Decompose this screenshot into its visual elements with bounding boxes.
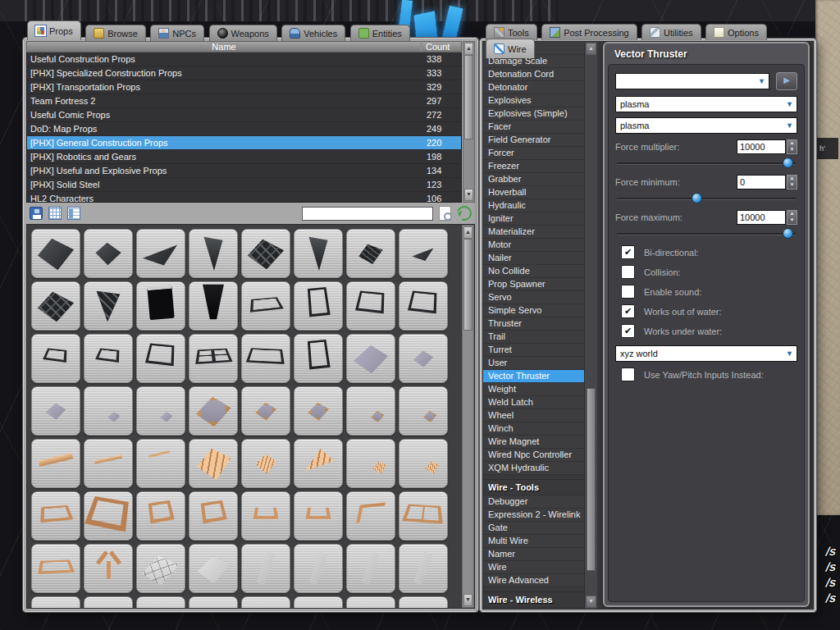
scrollbar-thumb[interactable]: [463, 239, 472, 331]
mode-dropdown[interactable]: xyz world ▼: [615, 345, 797, 362]
tool-list-item[interactable]: Multi Wire: [483, 535, 584, 548]
tool-list-item[interactable]: Winch: [483, 422, 584, 436]
table-row[interactable]: Team Fortress 2 297: [27, 94, 461, 108]
tool-list-item[interactable]: Nailer: [483, 252, 584, 265]
tool-list-item[interactable]: Debugger: [483, 495, 584, 509]
force-maximum-slider[interactable]: [617, 227, 796, 240]
scroll-up-icon[interactable]: ▲: [586, 43, 596, 55]
scroll-down-icon[interactable]: ▼: [464, 189, 473, 201]
tool-list-item[interactable]: Servo: [483, 291, 584, 304]
spin-up-icon[interactable]: ▲: [788, 140, 797, 147]
prop-thumbnail[interactable]: [136, 596, 185, 608]
prop-thumbnail[interactable]: [136, 334, 185, 383]
effect1-dropdown[interactable]: plasma ▼: [615, 96, 797, 112]
prop-thumbnail[interactable]: [31, 439, 80, 488]
tool-list-item[interactable]: Turret: [483, 344, 584, 357]
page-zoom-icon[interactable]: [439, 206, 451, 221]
tool-list-item[interactable]: Detonator: [483, 81, 584, 94]
force-multiplier-input[interactable]: [737, 139, 786, 154]
prop-thumbnail[interactable]: [189, 334, 238, 383]
tool-list-item[interactable]: Grabber: [483, 173, 584, 186]
tab-right-0[interactable]: Tools: [486, 24, 537, 40]
tab-left-2[interactable]: NPCs: [150, 25, 204, 41]
force-minimum-input[interactable]: [737, 175, 786, 189]
prop-thumbnail[interactable]: [241, 281, 290, 331]
prop-thumbnail[interactable]: [399, 229, 448, 278]
prop-thumbnail[interactable]: [241, 596, 290, 608]
prop-thumbnail[interactable]: [346, 439, 395, 488]
prop-thumbnail[interactable]: [136, 544, 185, 593]
tab-left-5[interactable]: Entities: [350, 25, 410, 41]
prop-thumbnail[interactable]: [189, 439, 238, 488]
prop-thumbnail[interactable]: [294, 596, 343, 608]
prop-thumbnail[interactable]: [399, 491, 448, 541]
tool-list-item[interactable]: Wire Magnet: [483, 436, 584, 449]
tool-list-item[interactable]: Gate: [483, 522, 584, 535]
prop-thumbnail[interactable]: [241, 334, 290, 383]
prop-thumbnail[interactable]: [399, 334, 448, 383]
prop-thumbnail[interactable]: [84, 334, 133, 383]
table-row[interactable]: [PHX] General Construction Props 220: [27, 136, 461, 150]
spin-up-icon[interactable]: ▲: [788, 176, 797, 182]
slider-thumb[interactable]: [783, 228, 793, 239]
scrollbar-thumb[interactable]: [587, 388, 596, 571]
prop-thumbnail[interactable]: [346, 281, 395, 331]
refresh-icon[interactable]: [454, 203, 474, 223]
prop-thumbnail[interactable]: [189, 596, 238, 608]
prop-thumbnail[interactable]: [136, 439, 185, 488]
prop-thumbnail[interactable]: [84, 386, 133, 436]
tool-list-scrollbar[interactable]: ▲ ▼: [584, 42, 597, 609]
prop-thumbnail[interactable]: [241, 439, 290, 488]
prop-thumbnail[interactable]: [346, 544, 395, 593]
tab-right-1[interactable]: Post Processing: [541, 24, 637, 40]
checkbox[interactable]: ✔: [621, 324, 635, 338]
force-multiplier-slider[interactable]: [617, 157, 796, 169]
checkbox[interactable]: ✔: [621, 304, 635, 318]
prop-thumbnail[interactable]: [294, 544, 343, 593]
tool-list-item[interactable]: User: [483, 357, 584, 370]
table-row[interactable]: [PHX] Solid Steel 123: [27, 178, 461, 192]
prop-thumbnail[interactable]: [31, 229, 80, 278]
detail-view-icon[interactable]: [67, 207, 80, 220]
force-multiplier-stepper[interactable]: ▲ ▼: [787, 139, 797, 154]
spin-down-icon[interactable]: ▼: [788, 182, 797, 189]
force-minimum-stepper[interactable]: ▲ ▼: [787, 175, 797, 189]
force-maximum-stepper[interactable]: ▲ ▼: [787, 210, 797, 225]
prop-thumbnail[interactable]: [31, 596, 80, 608]
tool-list-item[interactable]: Prop Spawner: [483, 278, 584, 291]
tool-list-item[interactable]: Namer: [483, 548, 584, 561]
spin-down-icon[interactable]: ▼: [788, 147, 797, 153]
tab-right-2[interactable]: Utilities: [641, 24, 701, 40]
scrollbar-thumb[interactable]: [464, 55, 473, 139]
tool-list-item[interactable]: Wire: [483, 561, 584, 574]
effect2-dropdown[interactable]: plasma ▼: [615, 117, 797, 134]
prop-thumbnail[interactable]: [294, 386, 343, 436]
spin-down-icon[interactable]: ▼: [788, 217, 797, 224]
column-header-name[interactable]: Name: [27, 42, 422, 52]
save-icon[interactable]: [30, 207, 43, 220]
tab-left-3[interactable]: Weapons: [209, 25, 277, 41]
prop-thumbnail[interactable]: [31, 544, 80, 593]
force-minimum-slider[interactable]: [617, 192, 796, 204]
prop-thumbnail[interactable]: [399, 439, 448, 488]
prop-thumbnail[interactable]: [84, 544, 133, 593]
prop-thumbnail[interactable]: [294, 334, 343, 383]
checkbox[interactable]: ✔: [621, 245, 635, 259]
table-row[interactable]: [PHX] Robotics and Gears 198: [27, 150, 461, 164]
prop-thumbnail[interactable]: [241, 229, 290, 278]
tool-list-item[interactable]: Weld Latch: [483, 396, 584, 409]
tool-list-item[interactable]: Vector Thruster: [483, 370, 584, 383]
tool-list-item[interactable]: Trail: [483, 331, 584, 344]
prop-thumbnail[interactable]: [241, 386, 290, 436]
table-row[interactable]: [PHX] Specialized Construction Props 333: [27, 66, 461, 80]
slider-thumb[interactable]: [692, 193, 702, 203]
slider-thumb[interactable]: [783, 158, 793, 168]
tool-list-item[interactable]: Wire Advanced: [483, 574, 584, 587]
tool-list-item[interactable]: Wheel: [483, 409, 584, 422]
tool-list-item[interactable]: Explosives: [483, 94, 584, 107]
prop-thumbnail[interactable]: [346, 386, 395, 436]
tool-list-item[interactable]: Simple Servo: [483, 304, 584, 317]
prop-thumbnail[interactable]: [136, 229, 185, 278]
column-header-count[interactable]: Count: [422, 42, 461, 52]
prop-thumbnail[interactable]: [84, 491, 133, 541]
